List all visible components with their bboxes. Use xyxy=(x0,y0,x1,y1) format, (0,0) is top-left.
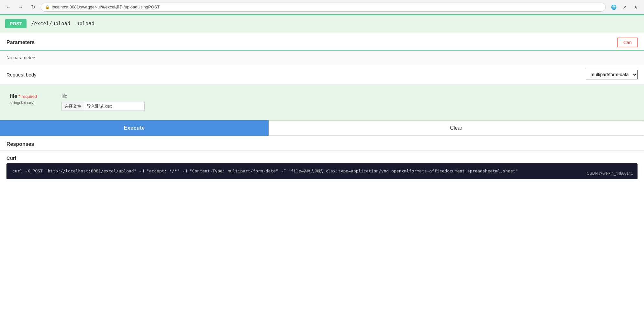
curl-label: Curl xyxy=(6,155,638,161)
file-input-wrapper: 选择文件 导入测试.xlsx xyxy=(61,102,145,111)
file-type: string($binary) xyxy=(10,100,49,105)
request-body-section: Request body multipart/form-data xyxy=(0,65,644,84)
responses-title: Responses xyxy=(6,141,638,147)
request-body-label: Request body xyxy=(6,72,37,77)
execute-button[interactable]: Execute xyxy=(0,120,269,136)
endpoint-path: /excel/upload upload xyxy=(31,21,94,27)
endpoint-header: POST /excel/upload upload xyxy=(0,14,644,32)
lock-icon: 🔒 xyxy=(45,5,50,9)
page-content: POST /excel/upload upload Parameters Can… xyxy=(0,14,644,184)
file-input-area: file 选择文件 导入测试.xlsx xyxy=(61,93,145,111)
share-button[interactable]: ↗ xyxy=(620,3,629,12)
required-text: required xyxy=(22,94,37,99)
file-meta: file * required string($binary) xyxy=(10,93,49,105)
responses-section: Responses xyxy=(0,136,644,151)
curl-watermark: CSDN @weixin_44860141 xyxy=(587,170,633,177)
no-parameters-text: No parameters xyxy=(0,51,644,65)
url-text: localhost:8081/swagger-ui/#/excel操作/uplo… xyxy=(52,4,160,10)
file-upload-area: file * required string($binary) file 选择文… xyxy=(0,84,644,120)
file-name-display: 导入测试.xlsx xyxy=(84,102,145,111)
main-panel: Parameters Can No parameters Request bod… xyxy=(0,32,644,184)
action-buttons: Execute Clear xyxy=(0,120,644,136)
back-button[interactable]: ← xyxy=(4,3,13,12)
browser-actions: 🌐 ↗ ★ xyxy=(609,3,640,12)
method-badge: POST xyxy=(5,19,27,28)
browser-chrome: ← → ↻ 🔒 localhost:8081/swagger-ui/#/exce… xyxy=(0,0,644,14)
curl-section: Curl curl -X POST "http://localhost:8081… xyxy=(0,151,644,184)
address-bar[interactable]: 🔒 localhost:8081/swagger-ui/#/excel操作/up… xyxy=(41,3,606,12)
required-star: * xyxy=(18,94,20,99)
file-row: file * required string($binary) file 选择文… xyxy=(10,93,634,111)
curl-command: curl -X POST "http://localhost:8081/exce… xyxy=(12,169,518,173)
reload-button[interactable]: ↻ xyxy=(28,3,38,12)
clear-button[interactable]: Clear xyxy=(269,120,644,136)
parameters-title: Parameters xyxy=(6,40,35,45)
bookmark-button[interactable]: ★ xyxy=(631,3,640,12)
choose-file-button[interactable]: 选择文件 xyxy=(61,102,84,111)
file-name-label: file * required xyxy=(10,93,49,99)
curl-box: curl -X POST "http://localhost:8081/exce… xyxy=(6,163,638,179)
file-description: file xyxy=(61,93,145,99)
content-type-selector[interactable]: multipart/form-data xyxy=(586,70,638,79)
translate-button[interactable]: 🌐 xyxy=(609,3,618,12)
parameters-section-header: Parameters Can xyxy=(0,32,644,51)
cancel-button[interactable]: Can xyxy=(617,38,638,47)
forward-button[interactable]: → xyxy=(16,3,25,12)
